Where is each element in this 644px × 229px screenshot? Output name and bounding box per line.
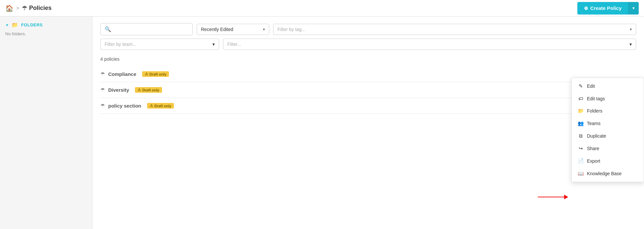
arrow-annotation [538,195,568,199]
filter-team-placeholder: Filter by team... [105,42,136,47]
policy-list: ☂ Compliance ⚠ Draft only ☂ Diversity ⚠ … [100,66,636,114]
search-icon: 🔍 [105,26,111,32]
table-row[interactable]: ☂ Compliance ⚠ Draft only [100,66,636,82]
menu-item-edit[interactable]: ✎ Edit [572,80,644,92]
folder-menu-icon: 📁 [578,108,584,114]
folders-label: FOLDERS [21,22,43,27]
menu-item-export[interactable]: 📄 Export [572,155,644,167]
draft-badge: ⚠ Draft only [142,71,169,77]
menu-item-edit-tags[interactable]: 🏷 Edit tags [572,92,644,105]
filter-row-1: 🔍 Recently Edited ▾ Filter by tag... ▾ [100,23,636,35]
folder-icon: 📁 [12,22,18,28]
table-row[interactable]: ☂ policy section ⚠ Draft only [100,98,636,114]
no-folders-text: No folders. [5,31,87,36]
filter-team-dropdown[interactable]: Filter by team... ▾ [100,39,219,50]
sort-caret-icon: ▾ [263,27,265,32]
main-content: 🔍 Recently Edited ▾ Filter by tag... ▾ F… [92,16,644,229]
teams-icon: 👥 [578,120,584,126]
warning-icon: ⚠ [150,104,153,108]
sidebar: ▼ 📁 FOLDERS No folders. [0,16,92,229]
draft-badge: ⚠ Draft only [147,103,174,109]
policy-name: Compliance [108,71,136,77]
share-icon: ↪ [578,146,584,151]
warning-icon: ⚠ [138,88,141,92]
menu-item-knowledge-base[interactable]: 📖 Knowledge Base [572,167,644,180]
duplicate-icon: ⧉ [578,133,584,139]
arrow-line [538,197,564,197]
filter-caret-icon: ▾ [629,42,632,47]
tag-icon: 🏷 [578,96,584,101]
header-actions: ⊕ Create Policy ▾ [577,2,639,15]
breadcrumb: 🏠 > ☂ Policies [5,4,51,12]
layout: ▼ 📁 FOLDERS No folders. 🔍 Recently Edite… [0,16,644,229]
breadcrumb-chevron: > [16,5,19,11]
policy-name: policy section [108,103,141,109]
menu-item-teams[interactable]: 👥 Teams [572,117,644,130]
create-policy-dropdown-button[interactable]: ▾ [628,2,639,15]
edit-icon: ✎ [578,83,584,89]
filter-tag-placeholder: Filter by tag... [277,27,306,32]
menu-item-duplicate[interactable]: ⧉ Duplicate [572,130,644,142]
folders-chevron-icon: ▼ [5,23,9,27]
filter-tag-caret-icon: ▾ [630,27,632,32]
knowledge-base-icon: 📖 [578,171,584,177]
policy-icon: ☂ [22,5,27,12]
menu-item-folders[interactable]: 📁 Folders [572,105,644,117]
search-input[interactable] [114,27,188,32]
policy-count: 4 policies [100,56,636,62]
policy-umbrella-icon: ☂ [100,71,105,77]
table-row[interactable]: ☂ Diversity ⚠ Draft only [100,82,636,98]
filter-placeholder: Filter... [227,42,241,47]
create-policy-button[interactable]: ⊕ Create Policy [577,2,628,15]
policy-umbrella-icon: ☂ [100,103,105,109]
home-icon[interactable]: 🏠 [5,4,14,12]
menu-item-share[interactable]: ↪ Share [572,142,644,155]
search-box[interactable]: 🔍 [100,23,193,35]
export-icon: 📄 [578,158,584,164]
draft-badge: ⚠ Draft only [135,87,162,93]
policy-umbrella-icon: ☂ [100,87,105,93]
filter-tag-dropdown[interactable]: Filter by tag... ▾ [273,24,636,35]
header: 🏠 > ☂ Policies ⊕ Create Policy ▾ [0,0,644,16]
sort-label: Recently Edited [201,27,233,32]
context-menu: ✎ Edit 🏷 Edit tags 📁 Folders 👥 Teams ⧉ D… [571,78,644,182]
page-title: ☂ Policies [22,5,51,12]
policy-name: Diversity [108,87,129,93]
sort-dropdown[interactable]: Recently Edited ▾ [197,24,269,35]
filter-dropdown[interactable]: Filter... ▾ [223,39,636,50]
warning-icon: ⚠ [145,72,148,76]
arrow-head [564,195,568,199]
filter-team-caret-icon: ▾ [212,42,215,47]
create-plus-icon: ⊕ [584,5,588,11]
folders-header[interactable]: ▼ 📁 FOLDERS [5,22,87,28]
filter-row-2: Filter by team... ▾ Filter... ▾ [100,39,636,50]
